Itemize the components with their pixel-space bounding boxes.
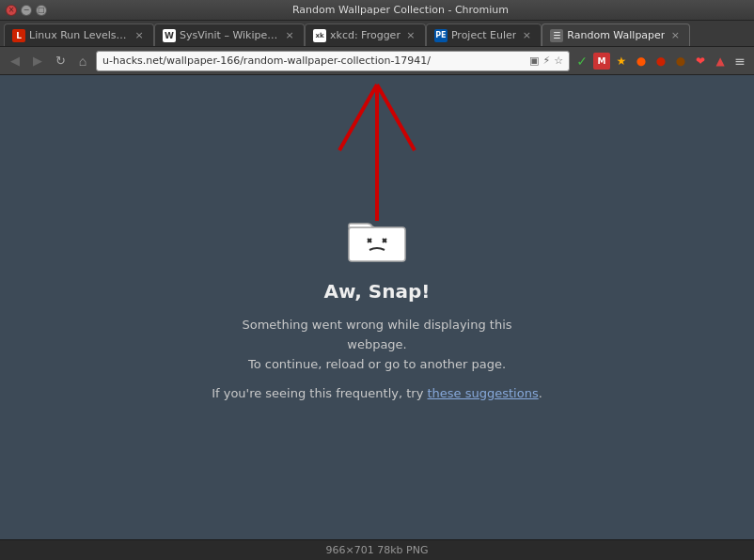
tab-label-wallpaper: Random Wallpaper (567, 29, 665, 41)
tab-xkcd[interactable]: xk xkcd: Frogger × (305, 23, 426, 46)
snap-description: Something went wrong while displaying th… (227, 316, 527, 374)
suggestion-suffix: . (539, 386, 542, 400)
status-bar: 966×701 78kb PNG (0, 539, 754, 560)
maximize-button[interactable]: □ (36, 5, 47, 16)
gmail-icon[interactable]: M (593, 53, 610, 70)
tab-label-xkcd: xkcd: Frogger (330, 29, 401, 41)
status-text: 966×701 78kb PNG (326, 544, 429, 556)
home-button[interactable]: ⌂ (73, 52, 92, 70)
extension3-icon[interactable]: ● (672, 53, 689, 70)
tab-favicon-linux: L (12, 29, 25, 42)
arrow-annotation (283, 75, 471, 226)
extension1-icon[interactable]: ● (633, 53, 650, 70)
snap-desc-line1: Something went wrong while displaying th… (242, 318, 511, 351)
tab-favicon-euler: PE (434, 29, 448, 42)
tab-label-euler: Project Euler (451, 29, 516, 41)
flash-icon[interactable]: ⚡ (542, 54, 550, 67)
tab-label-linux: Linux Run Levels (P… (29, 29, 129, 41)
tab-close-euler[interactable]: × (520, 29, 533, 42)
extension2-icon[interactable]: ● (652, 53, 669, 70)
sad-folder-icon (347, 214, 407, 265)
svg-line-0 (339, 85, 377, 150)
snap-suggestion: If you're seeing this frequently, try th… (212, 386, 542, 400)
tab-favicon-wiki: W (163, 29, 176, 42)
snap-heading: Aw, Snap! (324, 280, 431, 303)
extension5-icon[interactable]: ▲ (712, 53, 729, 70)
suggestion-prefix: If you're seeing this frequently, try (212, 386, 427, 400)
bookmark-star-icon[interactable]: ☆ (554, 54, 563, 67)
menu-icon[interactable]: ≡ (731, 53, 748, 70)
tab-close-wallpaper[interactable]: × (668, 29, 682, 42)
rss-icon[interactable]: ▣ (529, 54, 539, 67)
title-bar: × − □ Random Wallpaper Collection - Chro… (0, 0, 754, 21)
toolbar-icons: ✓ M ★ ● ● ● ❤ ▲ ≡ (573, 53, 748, 70)
close-button[interactable]: × (6, 5, 17, 16)
tab-bar: L Linux Run Levels (P… × W SysVinit – Wi… (0, 21, 754, 47)
extension4-icon[interactable]: ❤ (692, 53, 709, 70)
svg-line-1 (377, 85, 415, 150)
window-controls: × − □ (6, 5, 47, 16)
tab-linux[interactable]: L Linux Run Levels (P… × (4, 23, 154, 46)
svg-rect-3 (349, 227, 405, 261)
url-box[interactable]: u-hacks.net/wallpaper-166/random-wallpap… (96, 51, 570, 71)
snap-desc-line2: To continue, reload or go to another pag… (248, 357, 506, 371)
tab-favicon-wallpaper: ☰ (550, 29, 563, 42)
tab-wiki[interactable]: W SysVinit – Wikipedia × (154, 23, 305, 46)
window-title: Random Wallpaper Collection - Chromium (53, 4, 748, 16)
forward-button[interactable]: ▶ (28, 52, 47, 70)
tab-close-xkcd[interactable]: × (404, 29, 417, 42)
page-content: Aw, Snap! Something went wrong while dis… (0, 75, 754, 539)
tab-label-wiki: SysVinit – Wikipedia (180, 29, 279, 41)
green-check-icon[interactable]: ✓ (573, 53, 590, 70)
tab-wallpaper[interactable]: ☰ Random Wallpaper × (542, 23, 690, 46)
tab-favicon-xkcd: xk (313, 29, 326, 42)
reload-button[interactable]: ↻ (51, 52, 70, 70)
tab-close-wiki[interactable]: × (283, 29, 296, 42)
tab-euler[interactable]: PE Project Euler × (426, 23, 542, 46)
tab-close-linux[interactable]: × (133, 29, 146, 42)
minimize-button[interactable]: − (21, 5, 32, 16)
back-button[interactable]: ◀ (6, 52, 24, 70)
url-text: u-hacks.net/wallpaper-166/random-wallpap… (102, 54, 526, 67)
star-icon[interactable]: ★ (613, 53, 630, 70)
these-suggestions-link[interactable]: these suggestions (428, 386, 539, 400)
address-bar: ◀ ▶ ↻ ⌂ u-hacks.net/wallpaper-166/random… (0, 47, 754, 75)
